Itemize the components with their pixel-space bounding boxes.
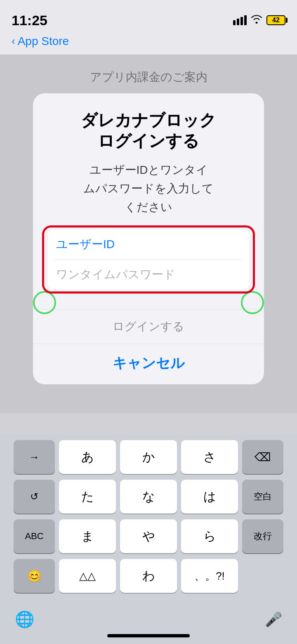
back-label: App Store <box>18 35 69 48</box>
keyboard-right-col: 空白 改行 <box>242 480 283 553</box>
key-undo[interactable]: ↺ <box>14 480 55 514</box>
key-ma[interactable]: ま <box>59 519 116 553</box>
key-na[interactable]: な <box>120 480 177 514</box>
status-bar: 11:25 42 <box>0 0 297 33</box>
key-ha[interactable]: は <box>181 480 238 514</box>
key-ra[interactable]: ら <box>181 519 238 553</box>
key-emoji[interactable]: 😊 <box>14 559 55 593</box>
home-indicator <box>107 634 190 637</box>
login-button[interactable]: ログインする <box>33 310 264 344</box>
keyboard-row-2-3: ↺ た な は ABC ま や ら 空白 改行 <box>3 480 294 553</box>
key-globe[interactable]: 🌐 <box>15 610 34 628</box>
key-ya[interactable]: や <box>120 519 177 553</box>
spacer <box>242 559 283 593</box>
key-ta[interactable]: た <box>59 480 116 514</box>
input-group <box>48 230 249 289</box>
user-id-input[interactable] <box>48 230 249 259</box>
keyboard: → あ か さ ⌫ ↺ た な は ABC ま や ら 空白 改行 <box>0 434 297 644</box>
login-button-label: ログインする <box>113 320 184 333</box>
key-arrow[interactable]: → <box>14 440 55 474</box>
key-return[interactable]: 改行 <box>242 519 283 553</box>
keyboard-row-3: ABC ま や ら <box>14 519 238 553</box>
dialog-title: ダレカナブロックログインする <box>81 110 216 151</box>
dialog-description: ユーザーIDとワンタイムパスワードを入力してください <box>83 161 214 216</box>
status-time: 11:25 <box>12 13 47 27</box>
keyboard-row-2: ↺ た な は <box>14 480 238 514</box>
key-wa[interactable]: わ <box>120 559 177 593</box>
keyboard-row-4: 😊 △△ わ 、。?! <box>3 559 294 593</box>
keyboard-row-1: → あ か さ ⌫ <box>3 440 294 474</box>
dialog-card: ダレカナブロックログインする ユーザーIDとワンタイムパスワードを入力してくださ… <box>33 93 264 384</box>
key-punctuation[interactable]: 、。?! <box>181 559 238 593</box>
keyboard-spacer <box>0 384 297 413</box>
wifi-icon <box>251 14 262 26</box>
signal-icon <box>233 15 247 25</box>
battery-icon: 42 <box>266 15 285 25</box>
back-link[interactable]: ‹ App Store <box>0 33 297 54</box>
key-backspace[interactable]: ⌫ <box>242 440 283 474</box>
main-area: アプリ内課金のご案内 ダレカナブロックログインする ユーザーIDとワンタイムパス… <box>0 54 297 413</box>
password-input[interactable] <box>48 260 249 289</box>
status-icons: 42 <box>233 14 285 26</box>
key-sa[interactable]: さ <box>181 440 238 474</box>
keyboard-left-col: ↺ た な は ABC ま や ら <box>14 480 238 553</box>
key-space[interactable]: 空白 <box>242 480 283 514</box>
key-abc[interactable]: ABC <box>14 519 55 553</box>
cancel-button[interactable]: キャンセル <box>33 344 264 384</box>
key-ka[interactable]: か <box>120 440 177 474</box>
back-chevron-icon: ‹ <box>12 35 15 47</box>
key-a[interactable]: あ <box>59 440 116 474</box>
input-group-wrapper <box>48 230 249 289</box>
page-header: アプリ内課金のご案内 <box>90 69 207 85</box>
key-nn[interactable]: △△ <box>59 559 116 593</box>
key-mic[interactable]: 🎤 <box>265 611 282 627</box>
cancel-button-label: キャンセル <box>113 355 185 371</box>
